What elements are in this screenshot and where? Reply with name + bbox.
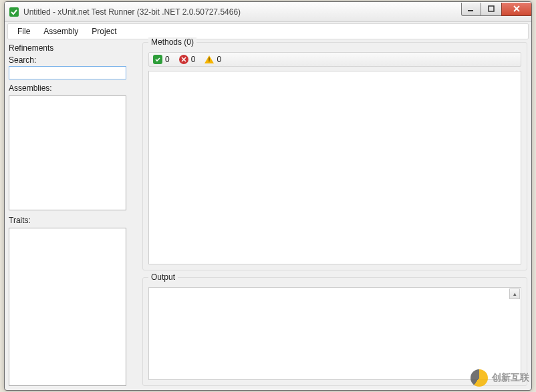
scroll-up-button[interactable]: ▴	[509, 288, 520, 299]
fail-icon	[179, 55, 188, 64]
menu-project[interactable]: Project	[85, 25, 123, 38]
methods-group-title: Methods (0)	[148, 37, 196, 47]
output-group: Output ▴	[142, 277, 527, 386]
traits-listbox[interactable]	[9, 228, 126, 386]
status-pass: 0	[153, 55, 170, 64]
pass-icon	[153, 55, 162, 64]
svg-rect-1	[468, 10, 473, 11]
app-icon	[9, 7, 19, 17]
menu-file[interactable]: File	[11, 25, 37, 38]
titlebar[interactable]: Untitled - xUnit.net Test Runner (32-bit…	[5, 2, 531, 22]
right-pane: Methods (0) 0 0	[142, 42, 527, 386]
app-window: Untitled - xUnit.net Test Runner (32-bit…	[4, 1, 532, 391]
watermark-logo-icon	[471, 369, 488, 387]
traits-label: Traits:	[9, 216, 136, 225]
methods-group: Methods (0) 0 0	[142, 42, 527, 270]
search-label: Search:	[9, 55, 136, 65]
menu-assembly[interactable]: Assembly	[37, 25, 85, 38]
watermark-text: 创新互联	[492, 372, 529, 384]
output-group-title: Output	[148, 272, 178, 282]
assemblies-label: Assemblies:	[9, 83, 136, 93]
status-strip: 0 0 0	[148, 52, 521, 67]
close-button[interactable]	[501, 3, 532, 16]
warn-icon	[205, 55, 214, 63]
svg-rect-2	[489, 6, 494, 11]
minimize-button[interactable]	[461, 3, 481, 16]
watermark: 创新互联	[471, 369, 529, 387]
search-input[interactable]	[9, 66, 126, 79]
window-title: Untitled - xUnit.net Test Runner (32-bit…	[23, 7, 241, 17]
maximize-button[interactable]	[481, 3, 501, 16]
window-controls	[461, 3, 532, 16]
pass-count: 0	[165, 55, 170, 64]
client-area: Refinements Search: Assemblies: Traits: …	[5, 39, 531, 390]
menubar: File Assembly Project	[7, 23, 529, 39]
fail-count: 0	[191, 55, 196, 64]
svg-rect-0	[9, 7, 19, 17]
status-fail: 0	[179, 55, 196, 64]
warn-count: 0	[217, 55, 221, 64]
status-warn: 0	[205, 55, 221, 64]
assemblies-listbox[interactable]	[9, 95, 126, 210]
output-textbox[interactable]: ▴	[148, 287, 521, 380]
methods-listbox[interactable]	[148, 71, 521, 264]
refinements-heading: Refinements	[9, 43, 136, 53]
refinements-pane: Refinements Search: Assemblies: Traits:	[9, 42, 136, 386]
